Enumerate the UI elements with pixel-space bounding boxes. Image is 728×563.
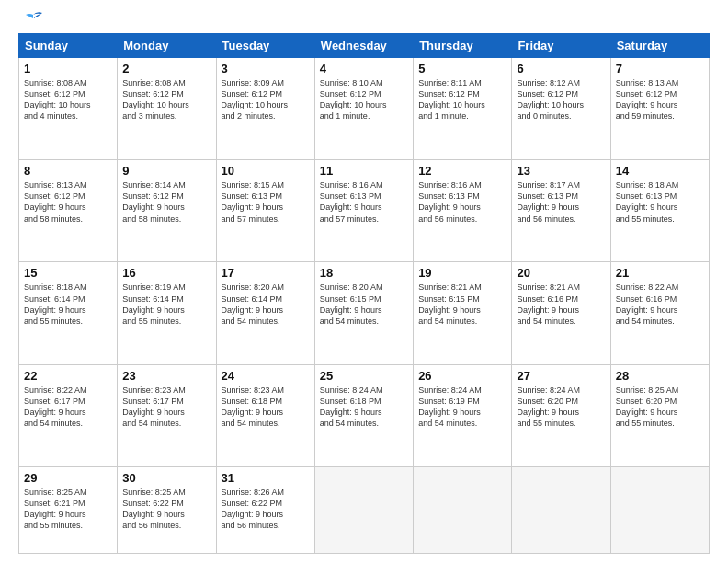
day-info: Sunrise: 8:11 AM Sunset: 6:12 PM Dayligh… <box>418 77 506 122</box>
calendar-cell: 8Sunrise: 8:13 AM Sunset: 6:12 PM Daylig… <box>19 160 118 262</box>
day-number: 10 <box>222 164 310 178</box>
calendar-cell: 3Sunrise: 8:09 AM Sunset: 6:12 PM Daylig… <box>216 58 314 160</box>
day-info: Sunrise: 8:09 AM Sunset: 6:12 PM Dayligh… <box>222 77 310 122</box>
calendar-header-row: SundayMondayTuesdayWednesdayThursdayFrid… <box>19 34 710 58</box>
day-number: 16 <box>122 266 210 280</box>
day-info: Sunrise: 8:20 AM Sunset: 6:15 PM Dayligh… <box>320 282 408 327</box>
weekday-header-tuesday: Tuesday <box>216 34 314 58</box>
day-number: 15 <box>24 266 112 280</box>
weekday-header-sunday: Sunday <box>19 34 118 58</box>
day-number: 4 <box>320 62 408 75</box>
calendar-cell <box>512 466 610 553</box>
calendar-cell: 17Sunrise: 8:20 AM Sunset: 6:14 PM Dayli… <box>216 262 314 364</box>
calendar-cell: 23Sunrise: 8:23 AM Sunset: 6:17 PM Dayli… <box>118 364 216 466</box>
day-info: Sunrise: 8:17 AM Sunset: 6:13 PM Dayligh… <box>517 179 605 224</box>
day-info: Sunrise: 8:21 AM Sunset: 6:15 PM Dayligh… <box>418 282 506 327</box>
day-number: 21 <box>616 266 704 280</box>
day-number: 1 <box>24 62 112 75</box>
calendar-cell: 25Sunrise: 8:24 AM Sunset: 6:18 PM Dayli… <box>314 364 413 466</box>
day-number: 13 <box>517 164 605 178</box>
day-info: Sunrise: 8:18 AM Sunset: 6:13 PM Dayligh… <box>616 179 704 224</box>
day-number: 7 <box>616 62 704 75</box>
day-info: Sunrise: 8:24 AM Sunset: 6:18 PM Dayligh… <box>320 385 408 430</box>
calendar-cell: 27Sunrise: 8:24 AM Sunset: 6:20 PM Dayli… <box>512 364 610 466</box>
header <box>18 15 710 24</box>
day-number: 5 <box>418 62 506 75</box>
day-info: Sunrise: 8:12 AM Sunset: 6:12 PM Dayligh… <box>517 77 605 122</box>
day-number: 25 <box>320 369 408 383</box>
day-number: 8 <box>24 164 112 178</box>
day-info: Sunrise: 8:13 AM Sunset: 6:12 PM Dayligh… <box>616 77 704 122</box>
calendar-cell <box>314 466 413 553</box>
calendar-cell: 29Sunrise: 8:25 AM Sunset: 6:21 PM Dayli… <box>19 466 118 553</box>
calendar-cell <box>414 466 512 553</box>
calendar-cell: 26Sunrise: 8:24 AM Sunset: 6:19 PM Dayli… <box>414 364 512 466</box>
calendar-cell: 7Sunrise: 8:13 AM Sunset: 6:12 PM Daylig… <box>610 58 709 160</box>
day-info: Sunrise: 8:26 AM Sunset: 6:22 PM Dayligh… <box>222 487 310 532</box>
day-info: Sunrise: 8:19 AM Sunset: 6:14 PM Dayligh… <box>122 282 210 327</box>
calendar-cell: 16Sunrise: 8:19 AM Sunset: 6:14 PM Dayli… <box>118 262 216 364</box>
day-info: Sunrise: 8:25 AM Sunset: 6:20 PM Dayligh… <box>616 385 704 430</box>
day-number: 29 <box>24 471 112 485</box>
calendar-cell: 19Sunrise: 8:21 AM Sunset: 6:15 PM Dayli… <box>414 262 512 364</box>
calendar-cell: 13Sunrise: 8:17 AM Sunset: 6:13 PM Dayli… <box>512 160 610 262</box>
day-info: Sunrise: 8:10 AM Sunset: 6:12 PM Dayligh… <box>320 77 408 122</box>
day-info: Sunrise: 8:21 AM Sunset: 6:16 PM Dayligh… <box>517 282 605 327</box>
calendar-cell: 2Sunrise: 8:08 AM Sunset: 6:12 PM Daylig… <box>118 58 216 160</box>
calendar-cell: 11Sunrise: 8:16 AM Sunset: 6:13 PM Dayli… <box>314 160 413 262</box>
day-number: 24 <box>222 369 310 383</box>
calendar-cell: 5Sunrise: 8:11 AM Sunset: 6:12 PM Daylig… <box>414 58 512 160</box>
day-number: 31 <box>222 471 310 485</box>
calendar-cell: 6Sunrise: 8:12 AM Sunset: 6:12 PM Daylig… <box>512 58 610 160</box>
weekday-header-wednesday: Wednesday <box>314 34 413 58</box>
calendar-cell: 10Sunrise: 8:15 AM Sunset: 6:13 PM Dayli… <box>216 160 314 262</box>
day-info: Sunrise: 8:23 AM Sunset: 6:17 PM Dayligh… <box>122 385 210 430</box>
day-info: Sunrise: 8:16 AM Sunset: 6:13 PM Dayligh… <box>418 179 506 224</box>
calendar-cell <box>610 466 709 553</box>
weekday-header-monday: Monday <box>118 34 216 58</box>
calendar-body: 1Sunrise: 8:08 AM Sunset: 6:12 PM Daylig… <box>19 58 710 554</box>
calendar-cell: 15Sunrise: 8:18 AM Sunset: 6:14 PM Dayli… <box>19 262 118 364</box>
day-info: Sunrise: 8:20 AM Sunset: 6:14 PM Dayligh… <box>222 282 310 327</box>
day-number: 20 <box>517 266 605 280</box>
calendar-week-row: 29Sunrise: 8:25 AM Sunset: 6:21 PM Dayli… <box>19 466 710 553</box>
day-info: Sunrise: 8:23 AM Sunset: 6:18 PM Dayligh… <box>222 385 310 430</box>
day-info: Sunrise: 8:14 AM Sunset: 6:12 PM Dayligh… <box>122 179 210 224</box>
day-info: Sunrise: 8:22 AM Sunset: 6:17 PM Dayligh… <box>24 385 112 430</box>
weekday-header-saturday: Saturday <box>610 34 709 58</box>
day-number: 18 <box>320 266 408 280</box>
weekday-header-friday: Friday <box>512 34 610 58</box>
day-number: 19 <box>418 266 506 280</box>
day-number: 17 <box>222 266 310 280</box>
day-info: Sunrise: 8:24 AM Sunset: 6:19 PM Dayligh… <box>418 385 506 430</box>
calendar-cell: 4Sunrise: 8:10 AM Sunset: 6:12 PM Daylig… <box>314 58 413 160</box>
day-number: 28 <box>616 369 704 383</box>
day-number: 2 <box>122 62 210 75</box>
calendar-cell: 14Sunrise: 8:18 AM Sunset: 6:13 PM Dayli… <box>610 160 709 262</box>
calendar-cell: 18Sunrise: 8:20 AM Sunset: 6:15 PM Dayli… <box>314 262 413 364</box>
calendar-cell: 21Sunrise: 8:22 AM Sunset: 6:16 PM Dayli… <box>610 262 709 364</box>
day-info: Sunrise: 8:16 AM Sunset: 6:13 PM Dayligh… <box>320 179 408 224</box>
day-number: 9 <box>122 164 210 178</box>
logo <box>18 15 46 24</box>
calendar-cell: 30Sunrise: 8:25 AM Sunset: 6:22 PM Dayli… <box>118 466 216 553</box>
day-number: 26 <box>418 369 506 383</box>
calendar-cell: 28Sunrise: 8:25 AM Sunset: 6:20 PM Dayli… <box>610 364 709 466</box>
calendar-cell: 12Sunrise: 8:16 AM Sunset: 6:13 PM Dayli… <box>414 160 512 262</box>
calendar-cell: 22Sunrise: 8:22 AM Sunset: 6:17 PM Dayli… <box>19 364 118 466</box>
logo-bird-icon <box>20 11 46 31</box>
day-info: Sunrise: 8:25 AM Sunset: 6:22 PM Dayligh… <box>122 487 210 532</box>
day-number: 23 <box>122 369 210 383</box>
day-info: Sunrise: 8:08 AM Sunset: 6:12 PM Dayligh… <box>24 77 112 122</box>
day-info: Sunrise: 8:24 AM Sunset: 6:20 PM Dayligh… <box>517 385 605 430</box>
calendar: SundayMondayTuesdayWednesdayThursdayFrid… <box>18 33 710 554</box>
day-number: 14 <box>616 164 704 178</box>
day-number: 30 <box>122 471 210 485</box>
day-number: 6 <box>517 62 605 75</box>
day-info: Sunrise: 8:15 AM Sunset: 6:13 PM Dayligh… <box>222 179 310 224</box>
calendar-week-row: 8Sunrise: 8:13 AM Sunset: 6:12 PM Daylig… <box>19 160 710 262</box>
day-number: 3 <box>222 62 310 75</box>
day-info: Sunrise: 8:22 AM Sunset: 6:16 PM Dayligh… <box>616 282 704 327</box>
calendar-cell: 1Sunrise: 8:08 AM Sunset: 6:12 PM Daylig… <box>19 58 118 160</box>
calendar-week-row: 1Sunrise: 8:08 AM Sunset: 6:12 PM Daylig… <box>19 58 710 160</box>
